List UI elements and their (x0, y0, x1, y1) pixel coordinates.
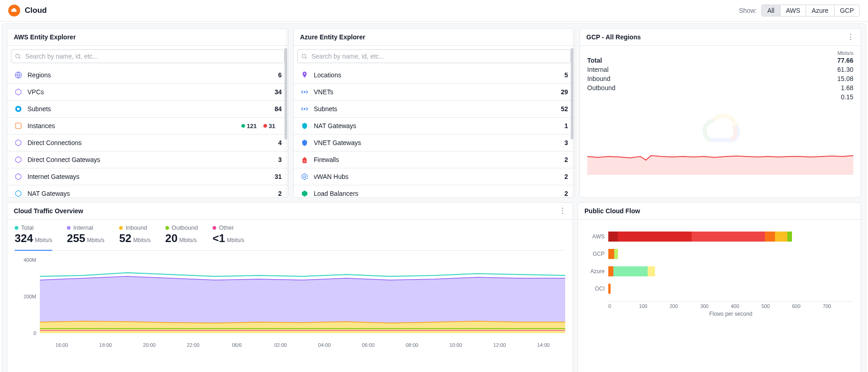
flow-label: Azure (585, 268, 608, 275)
panel-menu-icon[interactable]: ⋮ (847, 33, 854, 41)
topbar-left: Cloud (8, 5, 47, 16)
gcp-metric-row: Outbound1.68 (587, 83, 853, 92)
flow-tick: 200 (670, 303, 700, 309)
aws-row-direct-connections[interactable]: Direct Connections4 (7, 135, 288, 151)
row-label: Direct Connect Gateways (27, 156, 278, 163)
row-label: Direct Connections (27, 139, 278, 146)
row-count: 2 (564, 190, 568, 197)
row-count: 4 (278, 139, 282, 146)
legend-unit: Mbits/s (35, 237, 52, 243)
azure-row-firewalls[interactable]: Firewalls2 (294, 151, 574, 168)
x-tick: 04:00 (302, 342, 346, 348)
legend-item-total[interactable]: Total324Mbits/s (15, 224, 52, 251)
status-dot-green (241, 124, 245, 128)
overview-body: Total324Mbits/sInternal255Mbits/sInbound… (7, 220, 573, 355)
legend-name: Internal (73, 224, 93, 231)
azure-row-nat-gateways[interactable]: NAT Gateways1 (294, 118, 574, 135)
flow-row-oci: OCI (585, 284, 853, 294)
aws-row-nat-gateways[interactable]: NAT Gateways2 (7, 185, 288, 197)
search-icon (15, 53, 21, 59)
azure-search-input[interactable] (297, 49, 571, 63)
legend-unit: Mbits/s (87, 237, 104, 243)
aws-row-vpcs[interactable]: VPCs34 (7, 84, 288, 101)
row-label: Subnets (314, 105, 561, 113)
metric-value: 77.66 (837, 57, 853, 64)
svg-line-1 (19, 58, 21, 59)
azure-row-vnets[interactable]: VNETs29 (294, 84, 574, 101)
x-tick: 08:00 (390, 342, 434, 348)
legend-item-inbound[interactable]: Inbound52Mbits/s (119, 224, 151, 247)
row-label: vWAN Hubs (314, 173, 564, 180)
flow-row-azure: Azure (585, 266, 853, 276)
aws-list[interactable]: Regions6VPCs34Subnets84Instances12131Dir… (7, 67, 288, 197)
row-label: Regions (27, 71, 278, 79)
metric-label: Total (587, 57, 602, 64)
row-count: 1 (564, 122, 568, 129)
azure-row-vwan-hubs[interactable]: vWAN Hubs2 (294, 168, 574, 185)
svg-rect-5 (16, 123, 21, 129)
x-tick: 16:00 (40, 342, 84, 348)
legend-value: 255 (67, 232, 85, 245)
search-icon (301, 53, 307, 59)
legend-item-other[interactable]: Other<1Mbits/s (213, 224, 244, 247)
svg-point-9 (304, 92, 305, 92)
flow-label: GCP (585, 251, 608, 257)
instance-icon (14, 121, 23, 130)
y-tick: 200M (23, 294, 36, 299)
row-count: 52 (561, 105, 568, 113)
nat-icon (14, 189, 23, 197)
aws-row-subnets[interactable]: Subnets84 (7, 101, 288, 118)
legend-name: Inbound (126, 224, 147, 231)
azure-row-subnets[interactable]: Subnets52 (294, 101, 574, 118)
metric-value: 0.15 (841, 93, 853, 101)
aws-row-regions[interactable]: Regions6 (7, 67, 288, 84)
aws-row-instances[interactable]: Instances12131 (7, 118, 288, 135)
vnet-icon (300, 87, 309, 97)
row-count: 5 (564, 71, 568, 79)
legend-value: 324 (15, 232, 33, 245)
flow-row-aws: AWS (585, 232, 853, 242)
flow-body: AWSGCPAzureOCI 0100200300400500600700 Fl… (578, 220, 861, 372)
svg-point-4 (17, 108, 20, 110)
overview-x-axis: 16:0018:0020:0022:0006/602:0004:0006:000… (40, 342, 565, 348)
flow-tick: 500 (761, 303, 792, 309)
overview-legend: Total324Mbits/sInternal255Mbits/sInbound… (15, 224, 565, 251)
gcp-panel-title: GCP - All Regions (586, 33, 641, 41)
row-label: Firewalls (314, 156, 564, 163)
gcp-metric-row: Inbound15.08 (587, 74, 853, 83)
x-tick: 22:00 (171, 342, 215, 348)
dcg-icon (14, 155, 23, 164)
scrollbar[interactable] (284, 48, 287, 140)
flow-segment (608, 284, 611, 294)
aws-row-direct-connect-gateways[interactable]: Direct Connect Gateways3 (7, 151, 288, 168)
y-tick: 400M (23, 257, 36, 263)
tab-all[interactable]: All (762, 5, 781, 16)
legend-item-outbound[interactable]: Outbound20Mbits/s (165, 224, 198, 247)
flow-bar (608, 232, 853, 242)
tab-azure[interactable]: Azure (806, 5, 835, 16)
tab-gcp[interactable]: GCP (835, 5, 859, 16)
natgw-icon (300, 121, 309, 130)
aws-row-internet-gateways[interactable]: Internet Gateways31 (7, 168, 288, 185)
azure-row-load-balancers[interactable]: Load Balancers2 (294, 185, 574, 197)
row-count: 2 (278, 190, 282, 197)
row-label: VNETs (314, 88, 561, 96)
x-tick: 14:00 (521, 342, 565, 348)
row-label: NAT Gateways (27, 190, 278, 197)
azure-row-locations[interactable]: Locations5 (294, 67, 574, 84)
flow-segment (613, 266, 648, 276)
flow-segment (614, 249, 618, 259)
legend-unit: Mbits/s (227, 237, 244, 243)
azure-row-vnet-gateways[interactable]: VNET Gateways3 (294, 135, 574, 151)
aws-search-input[interactable] (11, 49, 284, 63)
vnet-icon (300, 104, 309, 113)
lb-icon (300, 189, 309, 197)
svg-rect-11 (304, 161, 306, 162)
legend-name: Total (21, 224, 33, 231)
azure-list[interactable]: Locations5VNETs29Subnets52NAT Gateways1V… (294, 67, 574, 197)
legend-item-internal[interactable]: Internal255Mbits/s (67, 224, 104, 247)
scrollbar[interactable] (571, 48, 573, 140)
panel-menu-icon[interactable]: ⋮ (559, 207, 566, 215)
metric-label: Inbound (587, 75, 611, 82)
tab-aws[interactable]: AWS (781, 5, 806, 16)
